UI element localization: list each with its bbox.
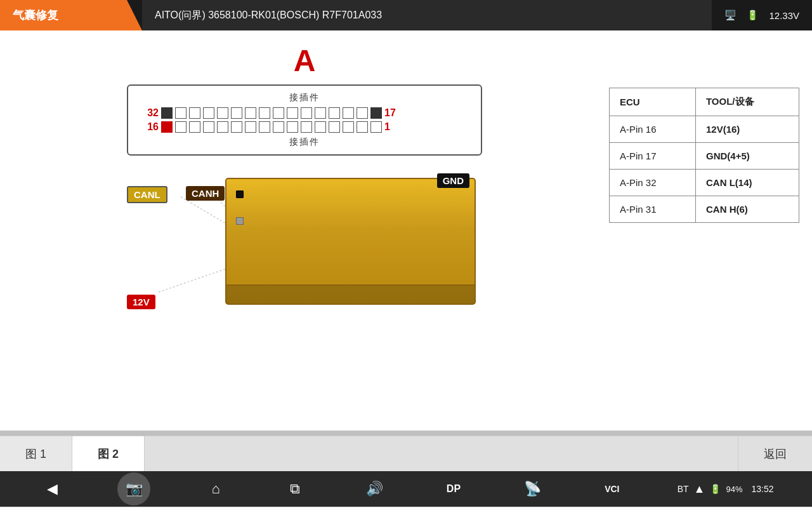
pin-14 <box>189 121 200 133</box>
connector-schematic: 接插件 32 17 <box>127 84 482 156</box>
apps-button[interactable]: ⧉ <box>281 475 309 503</box>
pin-9 <box>259 121 270 133</box>
cell-ecu-2: A-Pin 32 <box>610 170 696 196</box>
pin-6 <box>301 121 312 133</box>
tab-fig2[interactable]: 图 2 <box>72 436 145 471</box>
battery-level-icon: 🔋 <box>710 484 721 494</box>
header-status: 🖥️ 🔋 12.33V <box>712 10 812 21</box>
connector-label-top: 接插件 <box>141 92 468 104</box>
vis-pin-gnd <box>236 190 244 198</box>
pin-18 <box>357 107 368 119</box>
pin-25 <box>259 107 270 119</box>
wifi-cast-button[interactable]: 📡 <box>519 475 547 503</box>
canl-label: CANL <box>127 186 167 203</box>
pin-10 <box>245 121 256 133</box>
pin-12 <box>217 121 228 133</box>
wifi-icon: ▲ <box>694 483 705 496</box>
dp-button[interactable]: DP <box>440 475 468 503</box>
pin-16-filled <box>161 121 173 133</box>
tab-return[interactable]: 返回 <box>738 436 812 471</box>
monitor-icon: 🖥️ <box>724 10 737 21</box>
pin-row-bottom: 16 1 <box>141 121 468 133</box>
cell-ecu-3: A-Pin 31 <box>610 196 696 223</box>
app-title: 气囊修复 <box>0 0 127 30</box>
pin-21 <box>315 107 326 119</box>
divider <box>0 431 812 436</box>
pin-17-label: 17 <box>384 107 402 119</box>
connector-base <box>226 284 475 304</box>
battery-percentage: 94% <box>726 485 742 494</box>
pin-23 <box>287 107 298 119</box>
bottom-toolbar: ◀ 📷 ⌂ ⧉ 🔊 DP 📡 VCI BT ▲ 🔋 94% 13:52 <box>0 471 812 507</box>
table-row-0: A-Pin 1612V(16) <box>610 116 799 143</box>
right-panel: ECU TOOL/设备 A-Pin 1612V(16)A-Pin 17GND(4… <box>596 37 799 424</box>
pin-11 <box>231 121 242 133</box>
cell-tool-0: 12V(16) <box>695 116 799 143</box>
connector-body <box>225 178 476 305</box>
tabs-bar: 图 1 图 2 返回 <box>0 436 812 471</box>
pin-16-label: 16 <box>141 121 159 133</box>
vci-button[interactable]: VCI <box>598 475 626 503</box>
gnd-label: GND <box>437 173 469 188</box>
cell-tool-3: CAN H(6) <box>695 196 799 223</box>
pin-4 <box>329 121 340 133</box>
pin-1 <box>370 121 382 133</box>
pin-2 <box>357 121 368 133</box>
time-display: 13:52 <box>751 484 773 494</box>
pin-table: ECU TOOL/设备 A-Pin 1612V(16)A-Pin 17GND(4… <box>609 88 799 223</box>
pin-19 <box>343 107 354 119</box>
pin-31 <box>175 107 187 119</box>
cell-ecu-0: A-Pin 16 <box>610 116 696 143</box>
pin-28 <box>217 107 228 119</box>
bluetooth-icon: BT <box>678 484 689 494</box>
table-row-1: A-Pin 17GND(4+5) <box>610 143 799 170</box>
canh-label: CANH <box>186 186 225 201</box>
pin-20 <box>329 107 340 119</box>
header: 气囊修复 AITO(问界) 3658100-RK01(BOSCH) R7F701… <box>0 0 812 30</box>
tab-fig1[interactable]: 图 1 <box>0 436 72 471</box>
pin-30 <box>189 107 200 119</box>
pin-5 <box>315 121 326 133</box>
voltage-display: 12.33V <box>769 10 799 21</box>
tab-spacer <box>145 436 738 471</box>
pin-22 <box>301 107 312 119</box>
pin-13 <box>203 121 214 133</box>
pin-27 <box>231 107 242 119</box>
pin-17-filled <box>370 107 382 119</box>
pin-32-filled <box>161 107 173 119</box>
left-panel: A 接插件 32 <box>13 37 596 424</box>
pin-7 <box>287 121 298 133</box>
pin-15 <box>175 121 187 133</box>
cell-tool-1: GND(4+5) <box>695 143 799 170</box>
vis-pin-1 <box>236 217 244 225</box>
pin-3 <box>343 121 354 133</box>
camera-button[interactable]: 📷 <box>117 472 150 505</box>
cell-ecu-1: A-Pin 17 <box>610 143 696 170</box>
home-button[interactable]: ⌂ <box>202 475 230 503</box>
back-button[interactable]: ◀ <box>38 475 66 503</box>
device-title: AITO(问界) 3658100-RK01(BOSCH) R7F701A033 <box>142 0 712 30</box>
table-header-tool: TOOL/设备 <box>695 88 799 116</box>
connector-photo: CANL CANH GND 12V <box>127 168 482 314</box>
pin-1-label: 1 <box>384 121 402 133</box>
table-row-3: A-Pin 31CAN H(6) <box>610 196 799 223</box>
cell-tool-2: CAN L(14) <box>695 170 799 196</box>
table-row-2: A-Pin 32CAN L(14) <box>610 170 799 196</box>
pin-24 <box>273 107 284 119</box>
pin-8 <box>273 121 284 133</box>
status-area: BT ▲ 🔋 94% 13:52 <box>678 483 774 496</box>
section-title: A <box>294 43 316 78</box>
pin-row-top: 32 17 <box>141 107 468 119</box>
volume-button[interactable]: 🔊 <box>360 475 388 503</box>
v12-label: 12V <box>127 295 155 309</box>
battery-icon: 🔋 <box>747 10 759 21</box>
pin-29 <box>203 107 214 119</box>
pin-32-label: 32 <box>141 107 159 119</box>
main-content: A 接插件 32 <box>0 30 812 431</box>
pin-26 <box>245 107 256 119</box>
table-header-ecu: ECU <box>610 88 696 116</box>
connector-label-bottom: 接插件 <box>141 137 468 148</box>
